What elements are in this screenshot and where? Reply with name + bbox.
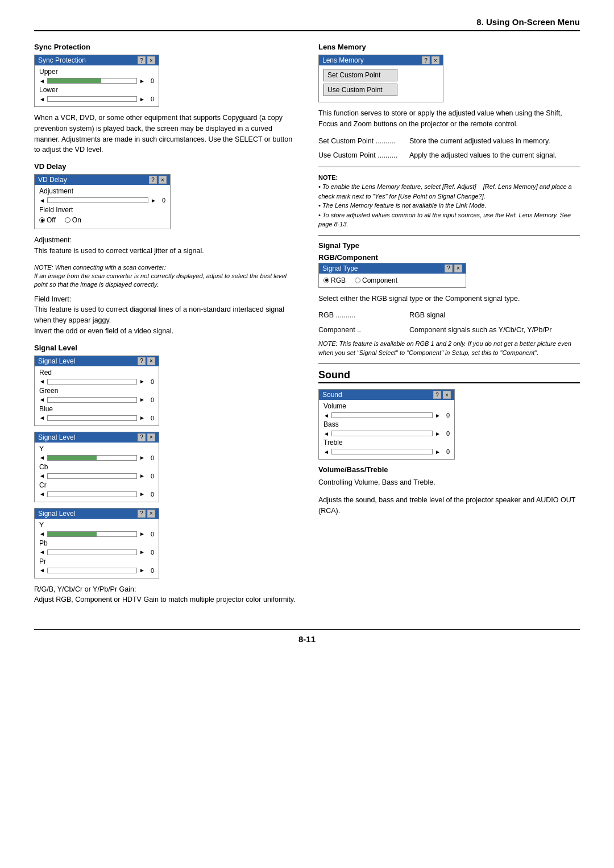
signal-type-note: NOTE: This feature is available on RGB 1… — [318, 340, 580, 357]
signal-type-component-option[interactable]: Component — [355, 276, 397, 284]
lens-memory-separator — [318, 167, 580, 167]
header-title: 8. Using On-Screen Menu — [476, 17, 580, 27]
signal-level-rgb-close-icon[interactable]: × — [147, 357, 155, 365]
rgb-term: RGB .......... — [318, 311, 409, 321]
sync-protection-lower-right-arrow[interactable]: ► — [139, 96, 145, 102]
signal-level-ycbcr-close-icon[interactable]: × — [147, 433, 155, 441]
use-custom-point-button[interactable]: Use Custom Point — [323, 84, 397, 96]
vd-delay-radio-off[interactable]: Off — [39, 216, 56, 224]
rgb-def: RGB .......... RGB signal — [318, 311, 580, 321]
signal-level-ypbpr-close-icon[interactable]: × — [147, 510, 155, 518]
signal-type-separator — [318, 235, 580, 235]
signal-level-y1-right[interactable]: ► — [139, 454, 145, 461]
vd-delay-help-icon[interactable]: ? — [149, 176, 157, 184]
sound-bass-label: Bass — [323, 420, 450, 428]
signal-level-cr-left[interactable]: ◄ — [39, 491, 45, 497]
signal-level-ypbpr-help-icon[interactable]: ? — [138, 510, 146, 518]
signal-type-rgb-option[interactable]: RGB — [323, 276, 346, 284]
sound-treble-left[interactable]: ◄ — [323, 449, 329, 455]
signal-level-green-right[interactable]: ► — [139, 396, 145, 403]
signal-type-title-label: Signal Type — [322, 264, 358, 272]
signal-level-y1-track[interactable] — [47, 455, 137, 461]
signal-type-close-icon[interactable]: × — [454, 264, 462, 272]
signal-level-y1-label: Y — [39, 445, 154, 453]
signal-level-green-track[interactable] — [47, 397, 137, 403]
set-custom-point-button[interactable]: Set Custom Point — [323, 69, 397, 81]
sync-protection-upper-right-arrow[interactable]: ► — [139, 78, 145, 84]
signal-type-component-label: Component — [362, 276, 397, 284]
sync-protection-title-label: Sync Protection — [38, 56, 86, 64]
signal-level-pr-value: 0 — [147, 567, 154, 574]
vd-delay-track[interactable] — [47, 197, 148, 203]
signal-level-y2-fill — [48, 532, 97, 536]
signal-level-red-left[interactable]: ◄ — [39, 378, 45, 385]
sync-protection-close-icon[interactable]: × — [147, 56, 155, 64]
signal-level-cb-track[interactable] — [47, 473, 137, 479]
sound-bass-left[interactable]: ◄ — [323, 431, 329, 437]
signal-level-rgb-help-icon[interactable]: ? — [138, 357, 146, 365]
signal-type-body: RGB Component — [319, 274, 466, 287]
signal-level-blue-left[interactable]: ◄ — [39, 415, 45, 421]
sound-volume-left[interactable]: ◄ — [323, 412, 329, 419]
signal-level-cb-left[interactable]: ◄ — [39, 473, 45, 479]
signal-level-cr-track[interactable] — [47, 491, 137, 497]
sound-volume-right[interactable]: ► — [435, 412, 441, 419]
sound-title-bar: Sound ? × — [319, 390, 454, 400]
sound-volume-track[interactable] — [331, 412, 433, 418]
signal-level-cb-right[interactable]: ► — [139, 473, 145, 479]
lens-memory-heading: Lens Memory — [318, 43, 580, 51]
lens-memory-help-icon[interactable]: ? — [422, 56, 430, 64]
signal-level-pr-right[interactable]: ► — [139, 567, 145, 573]
sound-bass-right[interactable]: ► — [435, 431, 441, 437]
signal-level-cr-right[interactable]: ► — [139, 491, 145, 497]
sound-treble-track[interactable] — [331, 449, 433, 454]
signal-level-y2-left[interactable]: ◄ — [39, 531, 45, 537]
signal-level-red-right[interactable]: ► — [139, 378, 145, 385]
sync-protection-upper-left-arrow[interactable]: ◄ — [39, 78, 45, 84]
sync-protection-upper-fill — [48, 78, 101, 83]
sound-close-icon[interactable]: × — [443, 391, 451, 399]
signal-level-blue-track[interactable] — [47, 415, 137, 421]
signal-level-pb-right[interactable]: ► — [139, 549, 145, 555]
sound-bass-track[interactable] — [331, 431, 433, 436]
signal-level-y2-track[interactable] — [47, 531, 137, 537]
signal-level-pr-left[interactable]: ◄ — [39, 567, 45, 573]
signal-level-y1-left[interactable]: ◄ — [39, 454, 45, 461]
sound-help-icon[interactable]: ? — [433, 391, 441, 399]
vd-delay-dialog: VD Delay ? × Adjustment ◄ ► 0 — [34, 174, 171, 229]
lens-memory-text: This function serves to store or apply t… — [318, 108, 580, 130]
sound-treble-row: ◄ ► 0 — [323, 448, 450, 455]
sound-treble-right[interactable]: ► — [435, 449, 441, 455]
vd-delay-right-arrow[interactable]: ► — [151, 197, 156, 204]
signal-level-pb-value: 0 — [147, 549, 154, 556]
vd-delay-radio-on[interactable]: On — [65, 216, 81, 224]
signal-level-y1-fill — [48, 456, 97, 460]
lens-memory-close-icon[interactable]: × — [432, 56, 439, 64]
sync-protection-lower-track[interactable] — [47, 96, 137, 102]
signal-level-green-value: 0 — [147, 396, 154, 403]
signal-level-pr-track[interactable] — [47, 568, 137, 573]
signal-level-pb-track[interactable] — [47, 549, 137, 555]
signal-level-ycbcr-help-icon[interactable]: ? — [138, 433, 146, 441]
sync-protection-lower-left-arrow[interactable]: ◄ — [39, 96, 45, 102]
signal-level-red-track[interactable] — [47, 379, 137, 385]
signal-level-y1-row: ◄ ► 0 — [39, 454, 154, 461]
vd-delay-radio-off-circle — [39, 217, 45, 223]
signal-level-blue-right[interactable]: ► — [139, 415, 145, 421]
signal-level-y2-right[interactable]: ► — [139, 531, 145, 537]
signal-level-cr-value: 0 — [147, 491, 154, 498]
signal-level-pb-left[interactable]: ◄ — [39, 549, 45, 555]
vd-delay-left-arrow[interactable]: ◄ — [39, 197, 45, 204]
set-custom-point-desc: Store the current adjusted values in mem… — [409, 137, 580, 147]
signal-level-rgb-title-label: Signal Level — [38, 357, 75, 365]
sync-protection-upper-track[interactable] — [47, 78, 137, 84]
signal-type-title-icons: ? × — [445, 264, 462, 272]
signal-level-green-left[interactable]: ◄ — [39, 396, 45, 403]
signal-type-component-circle — [355, 278, 360, 283]
signal-type-help-icon[interactable]: ? — [445, 264, 453, 272]
sync-protection-help-icon[interactable]: ? — [138, 56, 146, 64]
sync-protection-upper-label: Upper — [39, 68, 154, 76]
signal-level-rgb-icons: ? × — [138, 357, 155, 365]
vd-delay-close-icon[interactable]: × — [159, 176, 167, 184]
sync-protection-text: When a VCR, DVD, or some other equipment… — [34, 113, 296, 155]
